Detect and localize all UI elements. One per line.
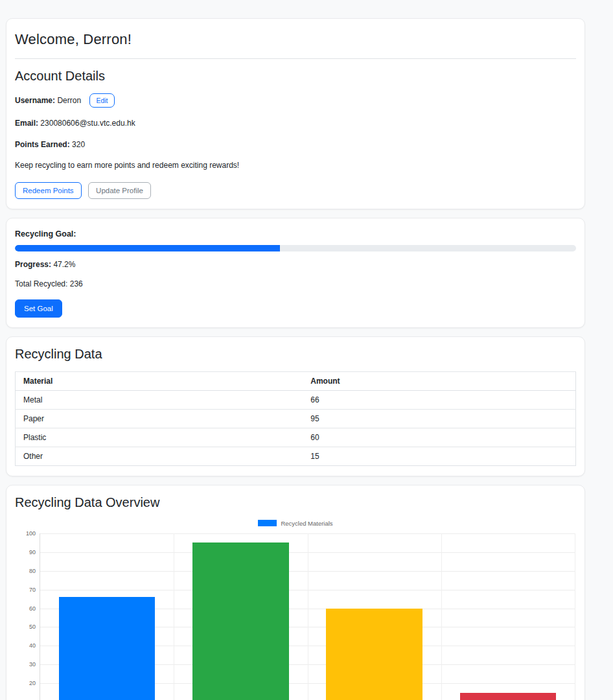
goal-progress-bar (15, 245, 576, 251)
gridline (441, 533, 442, 700)
amount-cell: 66 (303, 390, 575, 409)
points-row: Points Earned: 320 (15, 140, 576, 150)
amount-column-header: Amount (303, 371, 575, 390)
bar-plastic (326, 609, 422, 700)
table-row: Plastic60 (16, 428, 576, 447)
update-profile-button[interactable]: Update Profile (88, 182, 151, 199)
progress-row: Progress: 47.2% (15, 260, 576, 270)
dashboard-page: Welcome, Derron! Account Details Usernam… (6, 18, 585, 700)
page-title: Welcome, Derron! (15, 31, 576, 48)
chart-card: Recycling Data Overview Recycled Materia… (6, 485, 585, 700)
divider (15, 58, 576, 59)
chart-legend: Recycled Materials (15, 520, 576, 527)
email-label: Email: (15, 119, 38, 128)
amount-cell: 15 (303, 447, 575, 465)
recycling-data-heading: Recycling Data (15, 347, 576, 362)
bar-other (460, 693, 557, 700)
goal-progress-fill (15, 245, 280, 251)
username-row: Username: Derron Edit (15, 93, 576, 108)
y-axis-tick-label: 50 (29, 624, 36, 630)
progress-label: Progress: (15, 260, 51, 269)
y-axis-tick-label: 90 (29, 549, 36, 555)
bar-metal (59, 597, 156, 700)
progress-value: 47.2% (53, 260, 75, 269)
points-value: 320 (72, 140, 85, 149)
bar-paper (192, 542, 289, 700)
material-cell: Other (16, 447, 303, 465)
set-goal-button[interactable]: Set Goal (15, 299, 62, 318)
table-row: Paper95 (16, 409, 576, 428)
amount-cell: 60 (303, 428, 575, 447)
table-header-row: Material Amount (16, 371, 576, 390)
chart-heading: Recycling Data Overview (15, 495, 576, 510)
material-cell: Metal (16, 390, 303, 409)
material-cell: Plastic (16, 428, 303, 447)
edit-username-button[interactable]: Edit (89, 93, 114, 108)
total-recycled-text: Total Recycled: 236 (15, 279, 576, 290)
recycling-goal-label: Recycling Goal: (15, 229, 576, 239)
legend-label: Recycled Materials (281, 520, 332, 527)
email-row: Email: 230080606@stu.vtc.edu.hk (15, 119, 576, 129)
recycling-data-card: Recycling Data Material Amount Metal66Pa… (6, 336, 585, 476)
gridline (308, 533, 308, 700)
y-axis-tick-label: 80 (29, 568, 36, 574)
material-cell: Paper (16, 409, 303, 428)
points-label: Points Earned: (15, 140, 70, 149)
y-axis-tick-label: 30 (29, 661, 36, 668)
redeem-points-button[interactable]: Redeem Points (15, 182, 82, 199)
y-axis-tick-label: 40 (29, 642, 36, 649)
username-label: Username: (15, 96, 55, 105)
recycling-table-body: Metal66Paper95Plastic60Other15 (16, 390, 576, 465)
y-axis-tick-label: 60 (29, 605, 36, 612)
table-row: Other15 (16, 447, 576, 465)
legend-swatch (258, 520, 277, 526)
account-actions: Redeem Points Update Profile (15, 182, 576, 199)
email-value: 230080606@stu.vtc.edu.hk (40, 119, 135, 128)
material-column-header: Material (16, 371, 303, 390)
y-axis-tick-label: 100 (26, 530, 36, 537)
amount-cell: 95 (303, 409, 575, 428)
gridline (575, 533, 575, 700)
y-axis-tick-label: 20 (29, 680, 36, 686)
account-details-heading: Account Details (15, 69, 576, 84)
table-row: Metal66 (16, 390, 576, 409)
welcome-card: Welcome, Derron! Account Details Usernam… (6, 18, 585, 209)
recycling-goal-card: Recycling Goal: Progress: 47.2% Total Re… (6, 218, 585, 328)
motivation-text: Keep recycling to earn more points and r… (15, 161, 576, 171)
y-axis-tick-label: 70 (29, 587, 36, 593)
bar-chart: 1009080706050403020100 MetalPaperPlastic… (40, 533, 575, 700)
gridline (174, 533, 174, 700)
username-value: Derron (57, 96, 81, 105)
chart-plot: 1009080706050403020100 (40, 533, 575, 700)
recycling-table: Material Amount Metal66Paper95Plastic60O… (15, 371, 576, 466)
